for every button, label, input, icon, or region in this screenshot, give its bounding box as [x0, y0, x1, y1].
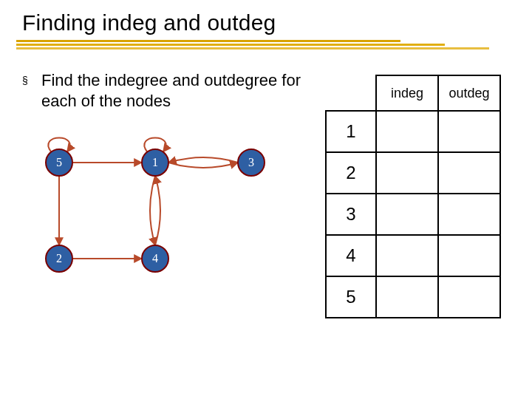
left-column: § Find the indegree and outdegree for ea… — [22, 70, 310, 318]
cell-outdeg — [438, 111, 500, 152]
row-label: 1 — [326, 111, 376, 152]
bullet-item: § Find the indegree and outdegree for ea… — [22, 70, 303, 111]
cell-indeg — [376, 276, 438, 318]
svg-text:2: 2 — [56, 252, 62, 265]
table-row: 3 — [326, 194, 500, 235]
cell-indeg — [376, 194, 438, 235]
row-label: 2 — [326, 152, 376, 194]
cell-indeg — [376, 152, 438, 194]
slide-body: § Find the indegree and outdegree for ea… — [22, 70, 510, 318]
row-label: 4 — [326, 235, 376, 276]
bullet-marker: § — [22, 70, 41, 111]
right-column: indeg outdeg 1 2 — [310, 70, 510, 318]
table-row: 4 — [326, 235, 500, 276]
rule-line — [16, 47, 489, 50]
cell-outdeg — [438, 276, 500, 318]
svg-text:5: 5 — [56, 156, 62, 168]
title-underline — [16, 40, 510, 50]
cell-outdeg — [438, 194, 500, 235]
row-label: 3 — [326, 194, 376, 235]
rule-line — [16, 44, 445, 46]
col-header-outdeg: outdeg — [438, 75, 500, 111]
svg-text:1: 1 — [152, 156, 158, 168]
slide-title: Finding indeg and outdeg — [22, 10, 510, 35]
cell-outdeg — [438, 152, 500, 194]
degree-table: indeg outdeg 1 2 — [325, 75, 501, 318]
cell-outdeg — [438, 235, 500, 276]
svg-text:4: 4 — [152, 252, 158, 265]
table-row: 5 — [326, 276, 500, 318]
table-row: 2 — [326, 152, 500, 194]
cell-indeg — [376, 111, 438, 152]
cell-indeg — [376, 235, 438, 276]
table-corner-cell — [326, 75, 376, 111]
row-label: 5 — [326, 276, 376, 318]
col-header-indeg: indeg — [376, 75, 438, 111]
svg-text:3: 3 — [248, 156, 254, 168]
bullet-text: Find the indegree and outdegree for each… — [41, 70, 303, 111]
table-header-row: indeg outdeg — [326, 75, 500, 111]
graph-svg: 51324 — [30, 133, 281, 296]
table-row: 1 — [326, 111, 500, 152]
slide: Finding indeg and outdeg § Find the inde… — [0, 0, 532, 399]
graph-figure: 51324 — [30, 133, 303, 299]
rule-line — [16, 40, 400, 42]
